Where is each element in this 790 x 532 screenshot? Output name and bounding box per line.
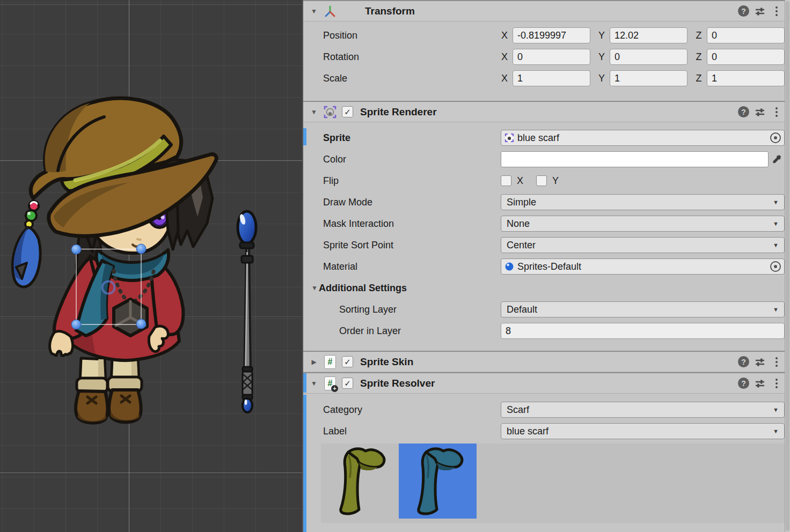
chevron-down-icon: ▼ bbox=[773, 199, 779, 205]
selection-handle[interactable] bbox=[136, 319, 146, 329]
sorting-layer-value: Default bbox=[507, 304, 537, 315]
axis-z-label: Z bbox=[695, 73, 703, 84]
draw-mode-dropdown[interactable]: Simple ▼ bbox=[501, 194, 785, 210]
help-icon[interactable]: ? bbox=[738, 356, 749, 367]
position-z-field[interactable]: 0 bbox=[707, 27, 785, 43]
scale-label: Scale bbox=[323, 73, 501, 84]
sprite-object-field[interactable]: blue scarf bbox=[501, 130, 785, 146]
scale-z-field[interactable]: 1 bbox=[707, 70, 785, 86]
mask-interaction-dropdown[interactable]: None ▼ bbox=[501, 216, 785, 232]
presets-icon[interactable] bbox=[754, 356, 766, 368]
rotation-z-field[interactable]: 0 bbox=[707, 49, 785, 65]
sprite-variant-blue-scarf[interactable] bbox=[399, 444, 477, 519]
sorting-layer-dropdown[interactable]: Default ▼ bbox=[501, 301, 785, 317]
transform-body: Position X-0.8199997 Y12.02 Z0 Rotation … bbox=[303, 21, 790, 101]
character-sprite[interactable] bbox=[13, 98, 217, 423]
sprite-sort-point-value: Center bbox=[507, 240, 536, 251]
foldout-icon[interactable]: ▼ bbox=[310, 8, 318, 15]
help-icon[interactable]: ? bbox=[738, 378, 749, 389]
foldout-icon[interactable]: ▼ bbox=[310, 380, 318, 387]
flip-y-checkbox[interactable] bbox=[536, 175, 547, 186]
order-in-layer-field[interactable]: 8 bbox=[501, 323, 785, 339]
transform-header: ▼ Transform ? bbox=[303, 1, 790, 21]
hand-left bbox=[50, 331, 73, 356]
enabled-checkbox[interactable]: ✓ bbox=[342, 378, 353, 389]
sprite-skin-title: Sprite Skin bbox=[360, 356, 413, 368]
foldout-icon[interactable]: ▼ bbox=[310, 284, 319, 292]
bead-green bbox=[26, 210, 36, 221]
transform-component: ▼ Transform ? bbox=[303, 0, 790, 101]
label-row: Label blue scarf ▼ bbox=[303, 420, 790, 442]
foldout-icon[interactable]: ▼ bbox=[310, 108, 318, 116]
color-swatch[interactable] bbox=[501, 151, 769, 167]
position-label: Position bbox=[323, 30, 501, 41]
category-dropdown[interactable]: Scarf ▼ bbox=[501, 402, 785, 418]
sprite-value: blue scarf bbox=[517, 132, 559, 144]
presets-icon[interactable] bbox=[754, 106, 766, 118]
draw-mode-row: Draw Mode Simple ▼ bbox=[303, 191, 790, 213]
sprite-sort-point-dropdown[interactable]: Center ▼ bbox=[501, 237, 785, 253]
label-value: blue scarf bbox=[507, 426, 548, 437]
selection-handle[interactable] bbox=[71, 245, 81, 254]
color-label: Color bbox=[323, 154, 501, 165]
help-icon[interactable]: ? bbox=[738, 106, 749, 117]
override-indicator-resolver-body bbox=[303, 395, 306, 532]
additional-settings-row: ▼ Additional Settings bbox=[303, 277, 790, 299]
sorting-layer-row: Sorting Layer Default ▼ bbox=[303, 299, 790, 320]
material-object-field[interactable]: Sprites-Default bbox=[501, 258, 785, 275]
position-y-field[interactable]: 12.02 bbox=[610, 27, 687, 43]
sprite-renderer-header: ▼ ✓ Sprite Renderer ? bbox=[303, 102, 790, 122]
mask-interaction-row: Mask Interaction None ▼ bbox=[303, 213, 790, 234]
sprite-renderer-body: Sprite blue scarf bbox=[303, 122, 790, 351]
flip-label: Flip bbox=[323, 175, 501, 187]
label-label: Label bbox=[323, 426, 501, 437]
more-menu-icon[interactable] bbox=[771, 378, 782, 389]
eyedropper-icon[interactable] bbox=[769, 151, 785, 167]
selection-handle[interactable] bbox=[136, 244, 146, 254]
scale-x-field[interactable]: 1 bbox=[513, 70, 590, 86]
rotation-label: Rotation bbox=[323, 51, 501, 63]
presets-icon[interactable] bbox=[754, 378, 766, 389]
additional-settings-label: Additional Settings bbox=[319, 283, 496, 294]
sprite-skin-icon: # bbox=[323, 355, 337, 369]
category-label: Category bbox=[323, 404, 501, 416]
draw-mode-value: Simple bbox=[507, 197, 536, 208]
sprite-renderer-icon bbox=[323, 105, 337, 119]
staff-band-upper bbox=[242, 256, 253, 263]
help-icon[interactable]: ? bbox=[738, 5, 749, 17]
flip-x-checkbox[interactable] bbox=[501, 175, 511, 186]
rotation-y-field[interactable]: 0 bbox=[610, 49, 687, 65]
object-picker-icon[interactable] bbox=[770, 261, 781, 272]
sprite-renderer-title: Sprite Renderer bbox=[360, 106, 437, 118]
chevron-down-icon: ▼ bbox=[773, 428, 779, 434]
scene-view[interactable] bbox=[0, 0, 302, 532]
override-indicator-sprite bbox=[303, 128, 306, 145]
foldout-icon[interactable]: ▶ bbox=[310, 358, 318, 366]
enabled-checkbox[interactable]: ✓ bbox=[342, 106, 353, 117]
label-dropdown[interactable]: blue scarf ▼ bbox=[501, 423, 785, 439]
nose bbox=[137, 239, 141, 240]
object-picker-icon[interactable] bbox=[770, 132, 781, 143]
more-menu-icon[interactable] bbox=[771, 106, 782, 118]
axis-x-label: X bbox=[501, 51, 508, 63]
position-x-field[interactable]: -0.8199997 bbox=[513, 27, 590, 43]
more-menu-icon[interactable] bbox=[771, 5, 782, 17]
sprite-row: Sprite blue scarf bbox=[303, 127, 790, 149]
enabled-checkbox[interactable]: ✓ bbox=[342, 356, 353, 367]
rotation-row: Rotation X0 Y0 Z0 bbox=[303, 46, 790, 68]
sprite-resolver-title: Sprite Resolver bbox=[360, 378, 435, 389]
material-icon bbox=[504, 262, 514, 271]
sprite-variant-green-scarf[interactable] bbox=[321, 444, 399, 519]
more-menu-icon[interactable] bbox=[771, 356, 782, 368]
chevron-down-icon: ▼ bbox=[773, 220, 779, 227]
inspector-scrollbar[interactable] bbox=[785, 0, 790, 532]
presets-icon[interactable] bbox=[754, 5, 766, 17]
sprite-sort-point-label: Sprite Sort Point bbox=[323, 240, 501, 251]
order-in-layer-label: Order in Layer bbox=[339, 326, 501, 337]
rotation-x-field[interactable]: 0 bbox=[513, 49, 590, 65]
sprite-thumbnail-icon bbox=[504, 133, 514, 143]
staff-sprite[interactable] bbox=[238, 211, 256, 412]
scale-y-field[interactable]: 1 bbox=[610, 70, 687, 86]
axis-z-label: Z bbox=[695, 51, 703, 63]
selection-handle[interactable] bbox=[71, 320, 81, 329]
